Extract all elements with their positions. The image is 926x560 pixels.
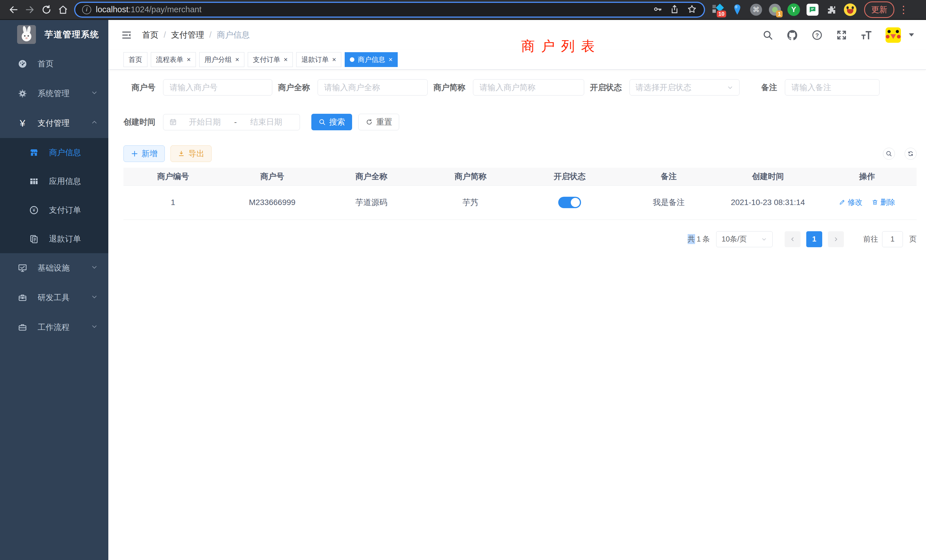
site-info-icon[interactable]: i (82, 5, 91, 14)
short-name-input[interactable] (473, 79, 584, 95)
fullscreen-icon[interactable] (836, 29, 847, 41)
col-merchant-no: 商户号 (222, 168, 322, 185)
extension-blob-icon[interactable]: 1 (768, 3, 781, 16)
sidebar-item-pay-order[interactable]: ¥ 支付订单 (0, 195, 108, 224)
status-select[interactable]: 请选择开启状态 (629, 79, 740, 95)
extension-y-icon[interactable]: Y (787, 3, 800, 16)
extension-diamond-icon[interactable]: 10 (712, 3, 725, 16)
full-name-label: 商户全称 (278, 82, 310, 93)
header-search-icon[interactable] (763, 30, 773, 41)
refresh-table-button[interactable] (905, 148, 917, 160)
share-icon[interactable] (670, 4, 679, 15)
tab-close-icon[interactable]: × (332, 56, 336, 63)
goto-page-input[interactable] (882, 231, 903, 247)
github-icon[interactable] (786, 29, 798, 41)
help-icon[interactable]: ? (811, 29, 823, 41)
bookmark-star-icon[interactable] (687, 4, 697, 15)
url-bar[interactable]: i localhost:1024/pay/merchant (75, 3, 704, 17)
browser-back-icon[interactable] (5, 2, 22, 18)
browser-forward-icon[interactable] (22, 2, 38, 18)
delete-link[interactable]: 删除 (872, 197, 895, 207)
cell-merchant-no: M233666999 (222, 185, 322, 219)
sidebar-item-merchant-info[interactable]: 商户信息 (0, 138, 108, 167)
extension-cmd-icon[interactable]: ⌘ (749, 3, 763, 16)
col-status: 开启状态 (520, 168, 619, 185)
breadcrumb-home[interactable]: 首页 (142, 29, 159, 41)
page-number-button[interactable]: 1 (806, 231, 822, 247)
refresh-icon (366, 118, 373, 126)
extension-chat-icon[interactable] (806, 3, 819, 16)
svg-text:¥: ¥ (32, 207, 35, 213)
status-toggle[interactable] (558, 197, 581, 208)
chevron-left-icon (790, 236, 796, 242)
sidebar-item-dev-tools[interactable]: 研发工具 (0, 283, 108, 312)
tab-refund-order[interactable]: 退款订单× (296, 52, 341, 67)
tab-close-icon[interactable]: × (284, 56, 287, 63)
browser-home-icon[interactable] (55, 2, 71, 18)
edit-link[interactable]: 修改 (839, 197, 862, 207)
browser-menu-icon[interactable]: ⋮ (898, 4, 905, 16)
col-short-name: 商户简称 (421, 168, 520, 185)
page-unit-label: 页 (909, 234, 917, 244)
add-button[interactable]: 新增 (123, 145, 165, 162)
chevron-up-icon (91, 119, 98, 128)
next-page-button[interactable] (828, 231, 844, 247)
chevron-down-icon (91, 293, 98, 303)
sidebar-logo[interactable]: 芋道管理系统 (0, 20, 108, 49)
shop-icon (28, 148, 40, 157)
full-name-input[interactable] (318, 79, 428, 95)
sidebar-item-refund-order[interactable]: 退款订单 (0, 224, 108, 253)
browser-update-button[interactable]: 更新 (864, 2, 894, 18)
avatar-dropdown-caret-icon[interactable] (909, 33, 914, 36)
tab-close-icon[interactable]: × (389, 56, 393, 63)
extension-icons: 10 ⌘ 1 Y (712, 3, 857, 16)
sidebar-item-payment[interactable]: ¥ 支付管理 (0, 108, 108, 138)
tab-pay-order[interactable]: 支付订单× (248, 52, 293, 67)
cell-remark: 我是备注 (619, 185, 719, 219)
search-button[interactable]: 搜索 (311, 114, 352, 130)
export-button[interactable]: 导出 (171, 145, 212, 162)
remark-label: 备注 (745, 82, 777, 93)
cell-status (520, 185, 619, 219)
create-time-label: 创建时间 (123, 117, 155, 127)
extensions-puzzle-icon[interactable] (825, 3, 838, 16)
prev-page-button[interactable] (785, 231, 800, 247)
tab-merchant-info[interactable]: 商户信息× (345, 52, 398, 67)
short-name-label: 商户简称 (433, 82, 465, 93)
download-icon (178, 150, 185, 157)
sidebar-item-infrastructure[interactable]: 基础设施 (0, 253, 108, 283)
col-remark: 备注 (619, 168, 719, 185)
table-row: 1 M233666999 芋道源码 芋艿 我是备注 2021-10-23 08:… (123, 185, 917, 219)
extension-pin-icon[interactable] (731, 3, 744, 16)
toolbox-icon (17, 293, 29, 303)
remark-input[interactable] (785, 79, 879, 95)
profile-emoji-icon[interactable] (844, 3, 857, 16)
sidebar-collapse-icon[interactable] (121, 30, 132, 40)
sidebar-item-app-info[interactable]: 应用信息 (0, 167, 108, 195)
sidebar-item-home[interactable]: 首页 (0, 49, 108, 79)
tags-view-bar: 首页 流程表单× 用户分组× 支付订单× 退款订单× 商户信息× (108, 50, 926, 70)
toggle-search-button[interactable] (883, 148, 895, 160)
browser-reload-icon[interactable] (38, 2, 55, 18)
tab-close-icon[interactable]: × (187, 56, 191, 63)
user-avatar[interactable] (885, 27, 901, 43)
refresh-icon (907, 150, 914, 157)
gear-icon (17, 89, 29, 98)
plus-icon (131, 150, 138, 157)
page-size-select[interactable]: 10条/页 (716, 231, 773, 247)
sidebar-item-system[interactable]: 系统管理 (0, 79, 108, 108)
password-key-icon[interactable] (652, 4, 662, 15)
create-time-range-picker[interactable]: 开始日期 - 结束日期 (163, 114, 300, 130)
tab-process-form[interactable]: 流程表单× (151, 52, 196, 67)
merchant-no-input[interactable] (163, 79, 272, 95)
sidebar-item-workflow[interactable]: 工作流程 (0, 312, 108, 342)
app-title: 芋道管理系统 (44, 29, 99, 41)
font-size-icon[interactable] (861, 29, 872, 41)
trash-icon (872, 199, 878, 206)
pagination-total: 共 1 条 (688, 234, 710, 244)
tab-home[interactable]: 首页 (123, 52, 147, 67)
reset-button[interactable]: 重置 (359, 114, 399, 130)
tab-user-group[interactable]: 用户分组× (199, 52, 244, 67)
breadcrumb-payment[interactable]: 支付管理 (171, 29, 204, 41)
tab-close-icon[interactable]: × (235, 56, 239, 63)
